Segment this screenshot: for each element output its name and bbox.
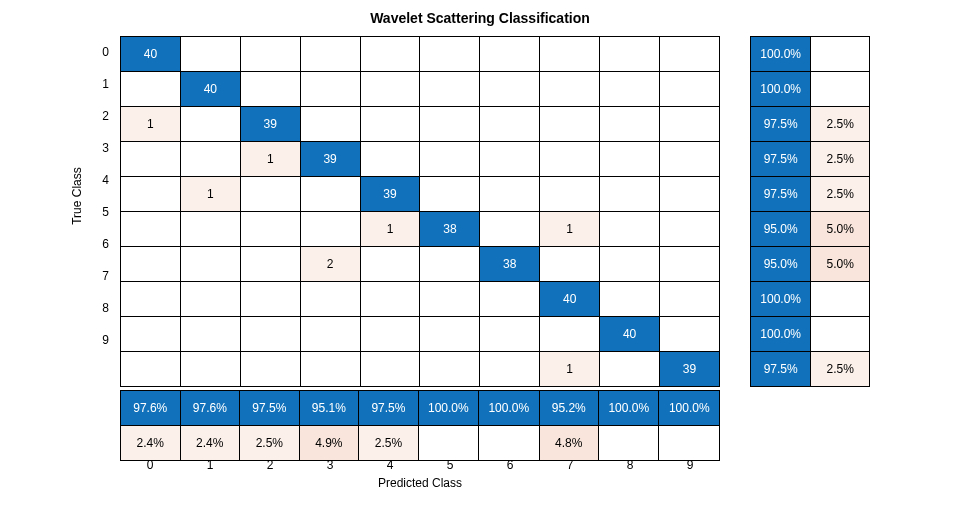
column-summary: 97.6% 97.6% 97.5% 95.1% 97.5% 100.0% 100…	[120, 390, 720, 454]
y-tick: 8	[90, 292, 115, 324]
matrix-cell: 39	[240, 107, 300, 142]
x-tick: 6	[480, 458, 540, 474]
matrix-cell	[600, 282, 660, 317]
col-wrong-pct: 2.4%	[121, 426, 181, 461]
row-correct-pct: 97.5%	[751, 177, 811, 212]
x-tick: 3	[300, 458, 360, 474]
y-tick: 0	[90, 36, 115, 68]
col-correct-pct: 95.1%	[299, 391, 359, 426]
matrix-cell	[660, 282, 720, 317]
x-tick: 0	[120, 458, 180, 474]
row-wrong-pct	[811, 72, 870, 107]
matrix-cell	[180, 107, 240, 142]
matrix-cell	[540, 142, 600, 177]
matrix-cell	[180, 352, 240, 387]
matrix-cell: 40	[180, 72, 240, 107]
matrix-cell	[540, 177, 600, 212]
matrix-cell	[300, 37, 360, 72]
matrix-cell	[480, 282, 540, 317]
matrix-cell	[121, 212, 181, 247]
row-wrong-pct	[811, 37, 870, 72]
matrix-cell	[360, 37, 420, 72]
matrix-cell	[180, 247, 240, 282]
col-correct-pct: 95.2%	[539, 391, 599, 426]
x-tick: 7	[540, 458, 600, 474]
matrix-cell	[360, 317, 420, 352]
matrix-cell	[240, 247, 300, 282]
matrix-cell	[420, 37, 480, 72]
row-correct-pct: 95.0%	[751, 247, 811, 282]
row-correct-pct: 97.5%	[751, 107, 811, 142]
matrix-cell	[660, 37, 720, 72]
matrix-cell	[121, 282, 181, 317]
matrix-cell	[180, 37, 240, 72]
x-tick: 1	[180, 458, 240, 474]
matrix-cell: 1	[180, 177, 240, 212]
matrix-cell	[420, 107, 480, 142]
matrix-cell	[480, 212, 540, 247]
matrix-cell	[180, 142, 240, 177]
col-wrong-pct: 2.5%	[359, 426, 419, 461]
matrix-cell	[660, 142, 720, 177]
matrix-cell	[420, 352, 480, 387]
matrix-cell	[420, 282, 480, 317]
matrix-cell	[600, 37, 660, 72]
matrix-cell	[600, 212, 660, 247]
matrix-cell	[300, 177, 360, 212]
col-correct-pct: 100.0%	[479, 391, 539, 426]
matrix-cell	[420, 247, 480, 282]
row-summary: 100.0% 100.0% 97.5%2.5% 97.5%2.5% 97.5%2…	[750, 36, 870, 356]
matrix-cell	[660, 177, 720, 212]
x-axis-label: Predicted Class	[120, 476, 720, 490]
matrix-cell	[300, 317, 360, 352]
matrix-cell	[480, 352, 540, 387]
matrix-cell	[540, 107, 600, 142]
matrix-cell	[660, 247, 720, 282]
row-wrong-pct: 2.5%	[811, 352, 870, 387]
matrix-cell	[360, 282, 420, 317]
y-tick: 9	[90, 324, 115, 356]
matrix-cell	[360, 247, 420, 282]
matrix-cell: 38	[480, 247, 540, 282]
matrix-cell	[540, 72, 600, 107]
matrix-cell	[480, 72, 540, 107]
matrix-cell	[300, 107, 360, 142]
matrix-cell: 38	[420, 212, 480, 247]
matrix-cell	[360, 107, 420, 142]
matrix-cell	[180, 282, 240, 317]
col-wrong-pct	[479, 426, 539, 461]
y-tick: 7	[90, 260, 115, 292]
matrix-cell	[180, 212, 240, 247]
y-tick: 4	[90, 164, 115, 196]
matrix-cell	[600, 177, 660, 212]
matrix-cell	[660, 212, 720, 247]
matrix-cell	[600, 72, 660, 107]
matrix-cell: 1	[240, 142, 300, 177]
col-wrong-pct: 2.4%	[180, 426, 240, 461]
y-tick: 3	[90, 132, 115, 164]
matrix-cell	[480, 107, 540, 142]
col-wrong-pct: 4.8%	[539, 426, 599, 461]
matrix-cell	[600, 142, 660, 177]
matrix-cell	[240, 352, 300, 387]
x-tick: 2	[240, 458, 300, 474]
matrix-cell	[600, 352, 660, 387]
matrix-cell: 39	[660, 352, 720, 387]
row-correct-pct: 100.0%	[751, 317, 811, 352]
matrix-cell	[420, 72, 480, 107]
row-correct-pct: 100.0%	[751, 72, 811, 107]
col-correct-pct: 100.0%	[659, 391, 720, 426]
x-tick: 4	[360, 458, 420, 474]
matrix-cell	[600, 247, 660, 282]
chart-title: Wavelet Scattering Classification	[0, 10, 960, 26]
matrix-cell: 40	[600, 317, 660, 352]
y-axis-label-wrap: True Class	[68, 36, 86, 356]
matrix-cell	[420, 142, 480, 177]
col-wrong-pct	[418, 426, 478, 461]
x-tick-labels: 0 1 2 3 4 5 6 7 8 9	[120, 458, 720, 474]
matrix-cell	[300, 282, 360, 317]
matrix-cell	[121, 317, 181, 352]
matrix-cell	[540, 317, 600, 352]
matrix-cell	[360, 72, 420, 107]
matrix-cell: 39	[360, 177, 420, 212]
